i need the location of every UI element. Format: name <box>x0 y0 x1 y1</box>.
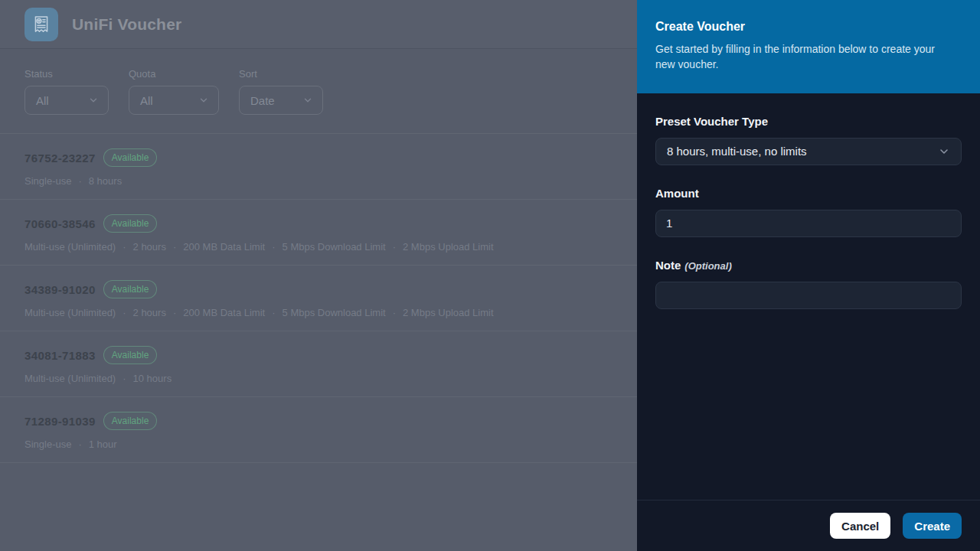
preset-field-group: Preset Voucher Type 8 hours, multi-use, … <box>655 115 962 165</box>
drawer-body: Preset Voucher Type 8 hours, multi-use, … <box>637 93 980 500</box>
amount-label: Amount <box>655 187 962 200</box>
app: UniFi Voucher Status All Quota All Sort <box>0 0 980 551</box>
cancel-button[interactable]: Cancel <box>830 513 890 539</box>
drawer-footer: Cancel Create <box>637 500 980 551</box>
note-label-text: Note <box>655 259 681 272</box>
amount-field-group: Amount <box>655 187 962 237</box>
drawer-header: Create Voucher Get started by filling in… <box>637 0 980 93</box>
drawer-description: Get started by filling in the informatio… <box>655 41 956 73</box>
note-input[interactable] <box>655 282 962 309</box>
drawer-overlay[interactable] <box>0 0 637 551</box>
chevron-down-icon <box>938 145 950 158</box>
amount-input[interactable] <box>655 210 962 237</box>
note-optional-label: (Optional) <box>684 260 731 272</box>
preset-label: Preset Voucher Type <box>655 115 962 128</box>
drawer-title: Create Voucher <box>655 20 962 34</box>
preset-value: 8 hours, multi-use, no limits <box>667 145 807 158</box>
create-button[interactable]: Create <box>903 513 962 539</box>
note-field-group: Note(Optional) <box>655 259 962 309</box>
create-voucher-drawer: Create Voucher Get started by filling in… <box>637 0 980 551</box>
note-label: Note(Optional) <box>655 259 962 272</box>
preset-select[interactable]: 8 hours, multi-use, no limits <box>655 138 962 165</box>
